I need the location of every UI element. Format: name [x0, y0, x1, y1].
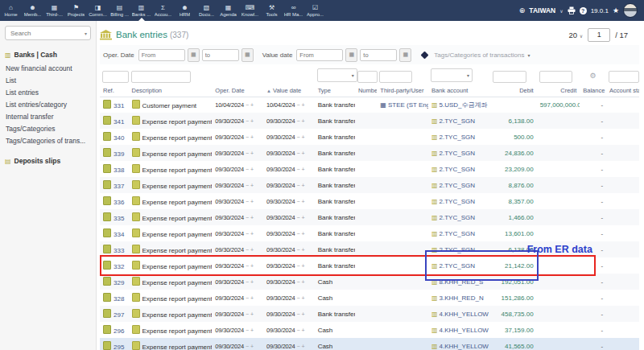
table-row-333[interactable]: 333 Expense report payment 09/30/2024− +… [100, 241, 639, 257]
help-icon[interactable]: ? [580, 7, 587, 14]
column-header-bank_account[interactable]: Bank account [428, 84, 490, 97]
nav-item-members[interactable]: ☻ Memb... [22, 0, 43, 21]
oper-date-from-input[interactable] [138, 49, 185, 61]
nav-item-commerce[interactable]: ◨ Comm... [87, 0, 109, 21]
date-shift-buttons[interactable]: − + [246, 327, 254, 333]
bank-account-link[interactable]: 2.TYC_SGN [440, 134, 475, 141]
date-shift-buttons[interactable]: − + [246, 311, 254, 317]
bank-account-link[interactable]: 2.TYC_SGN [440, 230, 475, 237]
filter-description-input[interactable] [131, 71, 191, 83]
date-shift-buttons[interactable]: − + [297, 311, 305, 317]
nav-item-banks[interactable]: ▥ Banks ... [130, 0, 152, 21]
table-row-335[interactable]: 335 Expense report payment 09/30/2024− +… [100, 209, 639, 225]
tags-categories-dropdown[interactable]: Tags/Categories of transactions ▾ [434, 51, 530, 59]
date-shift-buttons[interactable]: − + [246, 183, 254, 188]
column-header-description[interactable]: Description [129, 84, 213, 97]
table-row-339[interactable]: 339 Expense report payment 09/30/2024− +… [100, 145, 639, 161]
date-shift-buttons[interactable]: − + [246, 150, 254, 156]
date-shift-buttons[interactable]: − + [297, 183, 305, 188]
date-shift-buttons[interactable]: − + [246, 279, 254, 285]
search-caret-icon[interactable]: ▾ [85, 31, 87, 36]
date-shift-buttons[interactable]: − + [246, 215, 254, 220]
date-shift-buttons[interactable]: − + [297, 118, 305, 124]
bank-account-link[interactable]: 2.TYC_SGN [440, 182, 475, 189]
date-shift-buttons[interactable]: − + [246, 231, 254, 237]
entry-ref-link[interactable]: 335 [114, 215, 124, 222]
sidebar-item-list-entries-category[interactable]: List entries/category [5, 98, 91, 110]
table-row-329[interactable]: 329 Expense report payment 09/30/2024− +… [100, 274, 639, 290]
value-date-to-input[interactable] [360, 49, 397, 61]
date-shift-buttons[interactable]: − + [246, 102, 254, 108]
filter-debit-input[interactable] [493, 71, 526, 83]
oper-date-to-input[interactable] [202, 49, 239, 61]
calendar-icon[interactable]: ▦ [242, 48, 254, 62]
date-shift-buttons[interactable]: − + [246, 199, 254, 204]
page-size-selector[interactable]: 20 ∨ [569, 31, 584, 39]
sidebar-item-internal-transfer[interactable]: Internal transfer [5, 110, 91, 122]
column-header-oper_date[interactable]: Oper. Date [212, 84, 263, 97]
entry-ref-link[interactable]: 333 [114, 247, 124, 254]
nav-item-projects[interactable]: ⚑ Projects [65, 0, 87, 21]
entry-ref-link[interactable]: 337 [114, 183, 124, 190]
nav-item-home[interactable]: ⌂ Home [0, 0, 22, 21]
table-row-334[interactable]: 334 Expense report payment 09/30/2024− +… [100, 225, 639, 241]
table-row-295[interactable]: 295 Expense report payment 09/30/2024− +… [100, 338, 639, 350]
entry-ref-link[interactable]: 332 [114, 263, 124, 270]
column-header-account_status[interactable]: Account stat... [606, 84, 639, 97]
nav-item-hrm[interactable]: ☻ HRM [174, 0, 196, 21]
entry-ref-link[interactable]: 328 [114, 295, 124, 303]
date-shift-buttons[interactable]: − + [246, 344, 254, 349]
column-header-third_party[interactable]: Third-party/User [377, 84, 428, 97]
date-shift-buttons[interactable]: − + [297, 134, 305, 140]
nav-item-billing[interactable]: ▤ Billing ... [109, 0, 130, 21]
filter-account-status-input[interactable] [609, 71, 638, 83]
date-shift-buttons[interactable]: − + [297, 327, 305, 333]
bank-account-link[interactable]: 2.TYC_SGN [440, 246, 475, 253]
date-shift-buttons[interactable]: − + [246, 263, 254, 269]
date-shift-buttons[interactable]: − + [246, 295, 254, 301]
filter-credit-input[interactable] [539, 71, 573, 83]
table-row-332[interactable]: 332 Expense report payment 09/30/2024− +… [100, 257, 639, 274]
table-row-340[interactable]: 340 Expense report payment 09/30/2024− +… [100, 129, 639, 145]
date-shift-buttons[interactable]: − + [246, 167, 254, 172]
column-header-number[interactable]: Number [355, 84, 377, 97]
date-shift-buttons[interactable]: − + [297, 247, 305, 253]
date-shift-buttons[interactable]: − + [297, 215, 305, 220]
bank-account-link[interactable]: 8.KHH_RED_S [440, 278, 484, 286]
table-row-341[interactable]: 341 Expense report payment 09/30/2024− +… [100, 113, 639, 129]
sidebar-section-banks-cash[interactable]: ▥ Banks | Cash [5, 51, 91, 59]
sidebar-item-new-financial-account[interactable]: New financial account [5, 62, 91, 74]
nav-item-tools[interactable]: ⚒ Tools [261, 0, 283, 21]
bank-account-link[interactable]: 4.KHH_YELLOW [440, 311, 489, 318]
bank-account-link[interactable]: 5.USD_수금계좌 [440, 101, 488, 109]
filter-ref-input[interactable] [102, 71, 129, 83]
entry-ref-link[interactable]: 338 [114, 167, 124, 174]
column-header-ref[interactable]: Ref. [100, 84, 129, 97]
bank-account-link[interactable]: 4.KHH_YELLOW [440, 343, 489, 350]
table-row-297[interactable]: 297 Expense report payment 09/30/2024− +… [100, 306, 639, 322]
bank-account-link[interactable]: 2.TYC_SGN [440, 198, 475, 205]
nav-item-hr-management[interactable]: ∞ HR Ma... [283, 0, 304, 21]
user-avatar[interactable] [623, 3, 638, 18]
entry-ref-link[interactable]: 296 [114, 327, 124, 335]
nav-item-third-parties[interactable]: ▦ Third-... [43, 0, 65, 21]
table-row-336[interactable]: 336 Expense report payment 09/30/2024− +… [100, 193, 639, 209]
table-row-337[interactable]: 337 Expense report payment 09/30/2024− +… [100, 177, 639, 193]
date-shift-buttons[interactable]: − + [297, 199, 305, 204]
calendar-icon[interactable]: ▦ [345, 48, 357, 62]
column-header-value_date[interactable]: ▲Value date [263, 84, 315, 97]
table-row-338[interactable]: 338 Expense report payment 09/30/2024− +… [100, 161, 639, 177]
date-shift-buttons[interactable]: − + [246, 247, 254, 253]
bank-account-link[interactable]: 2.TYC_SGN [440, 150, 475, 157]
date-shift-buttons[interactable]: − + [297, 263, 305, 269]
filter-bank-account-select[interactable]: ▾ [431, 68, 473, 82]
table-row-331[interactable]: 331 Customer payment 10/04/2024− + 10/04… [100, 97, 639, 113]
sidebar-item-list-entries[interactable]: List entries [5, 86, 91, 98]
calendar-icon[interactable]: ▦ [399, 48, 411, 62]
column-header-debit[interactable]: Debit [490, 84, 537, 97]
table-row-328[interactable]: 328 Expense report payment 09/30/2024− +… [100, 290, 639, 306]
balance-settings-icon[interactable]: ⚙ [582, 72, 604, 80]
sidebar-section-deposits-slips[interactable]: ▤ Deposits slips [5, 157, 91, 165]
nav-item-approvals[interactable]: ☑ Appro... [304, 0, 326, 21]
third-party-link[interactable]: STEE (ST Engine... [388, 101, 428, 109]
